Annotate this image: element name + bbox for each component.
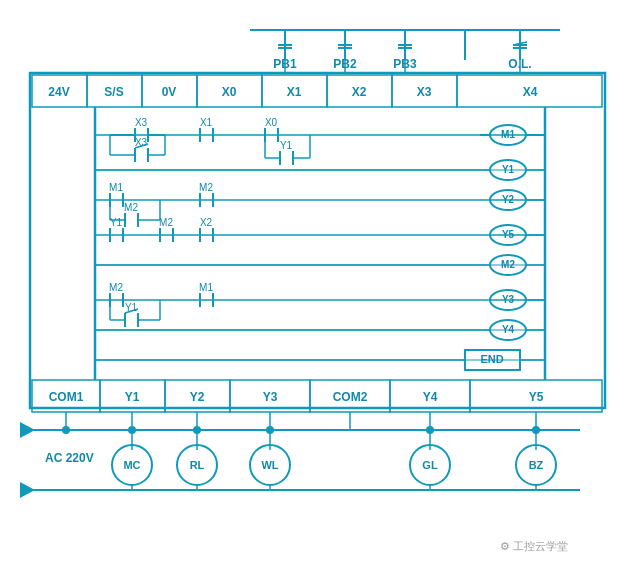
svg-text:M1: M1: [501, 129, 515, 140]
svg-text:M2: M2: [124, 202, 138, 213]
svg-point-197: [532, 426, 540, 434]
svg-text:X3: X3: [417, 85, 432, 99]
svg-text:M2: M2: [199, 182, 213, 193]
svg-text:Y5: Y5: [502, 229, 515, 240]
svg-text:X2: X2: [352, 85, 367, 99]
svg-point-191: [426, 426, 434, 434]
svg-text:X0: X0: [265, 117, 278, 128]
plc-diagram: PB1 PB2 PB3 O.L.: [0, 0, 640, 566]
svg-text:M2: M2: [159, 217, 173, 228]
svg-point-172: [128, 426, 136, 434]
svg-text:Y1: Y1: [110, 217, 123, 228]
svg-text:0V: 0V: [162, 85, 177, 99]
svg-text:Y5: Y5: [529, 390, 544, 404]
svg-text:X1: X1: [287, 85, 302, 99]
svg-text:24V: 24V: [48, 85, 69, 99]
svg-point-166: [62, 426, 70, 434]
svg-text:X3: X3: [135, 137, 148, 148]
svg-text:X2: X2: [200, 217, 213, 228]
svg-text:X4: X4: [523, 85, 538, 99]
svg-text:Y1: Y1: [125, 390, 140, 404]
svg-text:Y3: Y3: [263, 390, 278, 404]
svg-text:X3: X3: [135, 117, 148, 128]
svg-point-178: [193, 426, 201, 434]
svg-text:Y1: Y1: [280, 140, 293, 151]
svg-text:COM1: COM1: [49, 390, 84, 404]
svg-text:WL: WL: [261, 459, 278, 471]
svg-text:BZ: BZ: [529, 459, 544, 471]
svg-text:COM2: COM2: [333, 390, 368, 404]
svg-text:AC 220V: AC 220V: [45, 451, 94, 465]
svg-text:Y4: Y4: [423, 390, 438, 404]
svg-text:Y4: Y4: [502, 324, 515, 335]
svg-text:END: END: [480, 353, 503, 365]
svg-text:GL: GL: [422, 459, 438, 471]
svg-point-184: [266, 426, 274, 434]
svg-text:MC: MC: [123, 459, 140, 471]
svg-text:RL: RL: [190, 459, 205, 471]
svg-text:Y1: Y1: [125, 302, 138, 313]
svg-text:M1: M1: [109, 182, 123, 193]
svg-text:X1: X1: [200, 117, 213, 128]
svg-text:⚙ 工控云学堂: ⚙ 工控云学堂: [500, 540, 568, 552]
svg-text:Y3: Y3: [502, 294, 515, 305]
svg-text:M1: M1: [199, 282, 213, 293]
svg-text:M2: M2: [501, 259, 515, 270]
diagram-area: PB1 PB2 PB3 O.L.: [0, 0, 640, 566]
svg-text:Y2: Y2: [190, 390, 205, 404]
svg-text:Y1: Y1: [502, 164, 515, 175]
svg-text:Y2: Y2: [502, 194, 515, 205]
svg-text:X0: X0: [222, 85, 237, 99]
svg-text:S/S: S/S: [104, 85, 123, 99]
svg-text:M2: M2: [109, 282, 123, 293]
